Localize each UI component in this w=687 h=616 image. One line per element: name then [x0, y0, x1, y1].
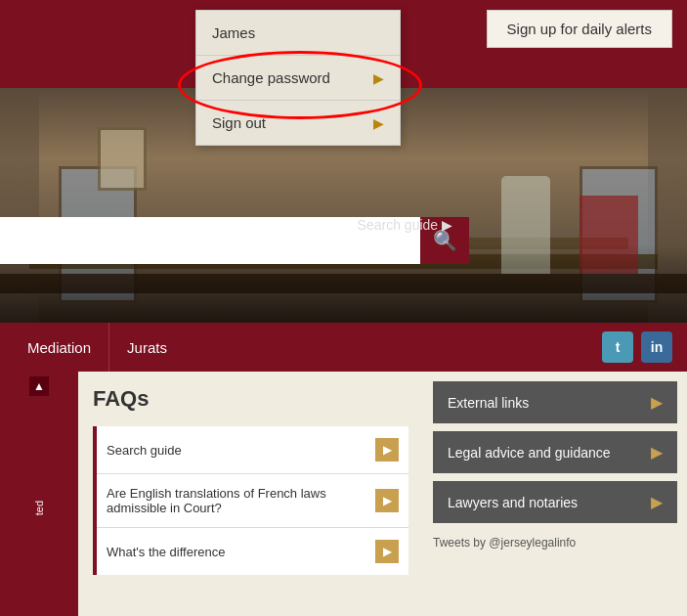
faq-arrow-0: ▶ — [375, 438, 399, 462]
header: Sign up for daily alerts James Change pa… — [0, 0, 687, 323]
faq-list: Search guide ▶ Are English translations … — [93, 426, 408, 575]
external-links-arrow: ▶ — [651, 393, 663, 412]
legal-advice-arrow: ▶ — [651, 443, 663, 462]
external-links-button[interactable]: External links ▶ — [433, 381, 677, 423]
left-sidebar: ▲ ted — [0, 372, 78, 616]
main-content: ▲ ted FAQs Search guide ▶ Are English tr… — [0, 372, 687, 616]
dropdown-username: James — [196, 11, 400, 56]
painting — [98, 127, 147, 191]
tweets-label: Tweets by @jerseylegalinfo — [433, 531, 677, 554]
legal-advice-button[interactable]: Legal advice and guidance ▶ — [433, 431, 677, 473]
linkedin-icon[interactable]: in — [641, 331, 672, 363]
lawyers-notaries-button[interactable]: Lawyers and notaries ▶ — [433, 481, 677, 523]
sign-out-arrow: ▶ — [373, 115, 384, 131]
nav-item-jurats[interactable]: Jurats — [108, 323, 185, 372]
right-panel: External links ▶ Legal advice and guidan… — [423, 372, 687, 616]
lawyers-notaries-arrow: ▶ — [651, 493, 663, 511]
search-guide-arrow: ▶ — [442, 217, 452, 233]
faq-item-1[interactable]: Are English translations of French laws … — [97, 474, 408, 528]
user-dropdown-menu: James Change password ▶ Sign out ▶ — [195, 10, 401, 146]
nav-item-mediation[interactable]: Mediation — [10, 323, 108, 372]
change-password-arrow: ▶ — [373, 70, 384, 86]
faq-item-2[interactable]: What's the difference ▶ — [97, 528, 408, 575]
faq-item-0[interactable]: Search guide ▶ — [97, 426, 408, 474]
faqs-title: FAQs — [93, 386, 408, 412]
faq-arrow-1: ▶ — [375, 489, 399, 512]
search-bar-container: 🔍 Search guide ▶ — [0, 217, 687, 264]
faq-arrow-2: ▶ — [375, 540, 399, 563]
search-guide-link[interactable]: Search guide ▶ — [358, 217, 452, 233]
twitter-icon[interactable]: t — [602, 331, 633, 363]
sidebar-text: ted — [33, 501, 45, 515]
change-password-item[interactable]: Change password ▶ — [196, 56, 400, 101]
sidebar-nav: ted — [0, 401, 78, 616]
faqs-section: FAQs Search guide ▶ Are English translat… — [78, 372, 423, 616]
navbar: Mediation Jurats t in — [0, 323, 687, 372]
scroll-up-button[interactable]: ▲ — [29, 376, 49, 396]
social-icons: t in — [602, 331, 687, 363]
signup-button[interactable]: Sign up for daily alerts — [487, 10, 672, 48]
sign-out-item[interactable]: Sign out ▶ — [196, 101, 400, 145]
